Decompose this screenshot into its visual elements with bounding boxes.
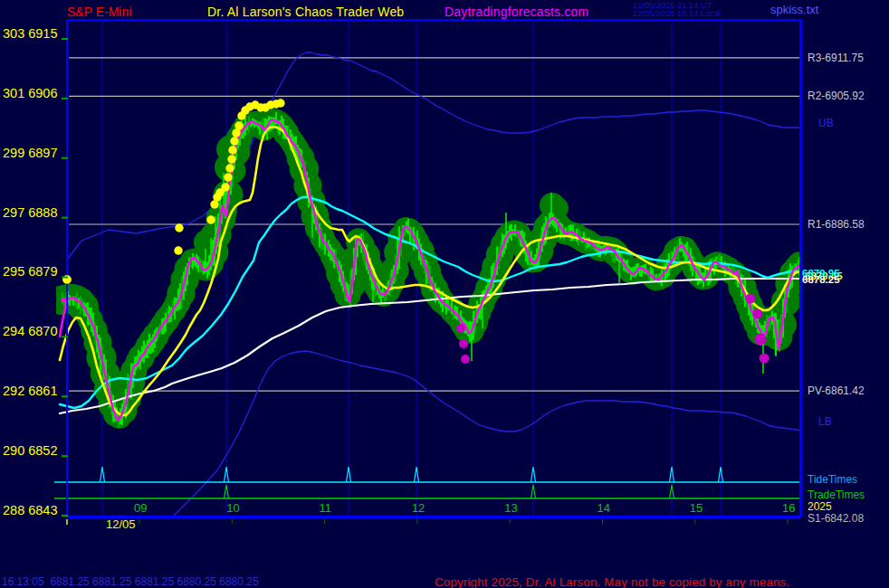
swing-low-dot xyxy=(752,308,762,318)
timestamp-local: 12/05/2025 16:14 Local xyxy=(633,9,721,18)
chart-window: S&P E-Mini Dr. Al Larson's Chaos Trader … xyxy=(0,0,889,588)
y-axis-label: 303 6915 xyxy=(3,26,57,41)
y-axis-label: 292 6861 xyxy=(3,384,57,398)
plot-area xyxy=(47,20,814,517)
swing-high-dot xyxy=(174,246,182,254)
right-label-2025: 2025 xyxy=(808,500,832,513)
swing-high-dot xyxy=(230,137,238,145)
last-price-tag: 6878.25 xyxy=(802,274,840,285)
trade-times-line xyxy=(54,485,800,498)
x-axis-hour-label: 09 xyxy=(134,501,147,515)
y-axis-label: 301 6906 xyxy=(3,86,57,100)
x-axis-hour-label: 13 xyxy=(504,501,517,515)
swing-low-dot xyxy=(745,293,755,303)
y-axis-label: 297 6888 xyxy=(3,205,57,220)
right-label-tidetimes: TideTimes xyxy=(808,473,857,486)
quote-ticker-text: 16:13:05 6881.25 6881.25 6881.25 6880.25… xyxy=(2,575,259,588)
swing-high-dot xyxy=(224,173,232,181)
x-axis-ticks xyxy=(139,519,788,524)
right-label-tradetimes: TradeTimes xyxy=(808,488,865,501)
swing-high-dot xyxy=(175,223,183,232)
x-axis-hour-label: 15 xyxy=(690,501,703,515)
swing-high-dot xyxy=(227,155,235,163)
swing-low-dot xyxy=(459,339,468,348)
right-label-lb: LB xyxy=(818,415,832,428)
y-axis-label: 299 6897 xyxy=(3,146,57,160)
tide-times-line xyxy=(54,467,800,482)
right-label-r2-6905-92: R2-6905.92 xyxy=(808,90,865,102)
right-label-pv-6861-42: PV-6861.42 xyxy=(808,384,865,397)
right-label-r1-6886-58: R1-6886.58 xyxy=(808,218,865,231)
swing-low-dots xyxy=(456,293,770,363)
right-label-ub: UB xyxy=(818,117,834,129)
lower-band-line xyxy=(174,351,800,516)
y-axis-label: 290 6852 xyxy=(3,443,57,458)
swing-low-dot xyxy=(461,355,470,364)
swing-high-dot xyxy=(206,215,215,223)
x-axis-hour-label: 16 xyxy=(782,501,795,515)
x-axis-date-label: 12/05 xyxy=(106,517,136,531)
page-title: Dr. Al Larson's Chaos Trader Web xyxy=(207,5,404,19)
symbol-title: S&P E-Mini xyxy=(67,5,131,19)
swing-low-dot xyxy=(456,324,465,333)
swing-high-dot xyxy=(221,183,229,191)
swing-low-dot xyxy=(760,354,770,364)
y-axis-label: 295 6879 xyxy=(3,264,57,279)
swing-high-dot xyxy=(225,164,234,172)
swing-high-dot xyxy=(234,121,243,129)
swing-high-dot xyxy=(276,99,284,107)
x-axis-hour-label: 14 xyxy=(597,501,610,515)
swing-low-dot xyxy=(755,334,767,346)
right-label-s1-6842-08: S1-6842.08 xyxy=(808,512,864,525)
x-axis-hour-label: 11 xyxy=(320,501,332,515)
x-axis-hour-label: 12 xyxy=(412,501,425,515)
price-chart xyxy=(0,0,889,588)
file-name-label[interactable]: spkiss.txt xyxy=(770,3,818,16)
y-axis-label: 288 6843 xyxy=(3,503,57,517)
copyright-text: Copyright 2025, Dr. Al Larson. May not b… xyxy=(435,575,789,588)
y-axis-label: 294 6870 xyxy=(3,324,57,338)
x-axis-hour-label: 10 xyxy=(226,501,239,515)
swing-high-dot xyxy=(228,146,236,154)
right-label-r3-6911-75: R3-6911.75 xyxy=(808,52,864,64)
site-link[interactable]: Daytradingforecasts.com xyxy=(444,5,588,19)
